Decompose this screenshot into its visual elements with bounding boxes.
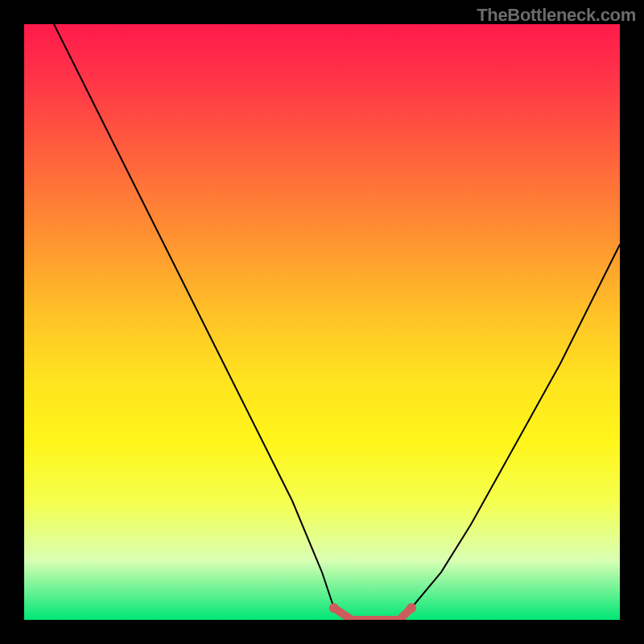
watermark-text: TheBottleneck.com — [477, 5, 636, 26]
marker-dot — [329, 603, 339, 613]
plot-area — [24, 24, 620, 620]
flat-minimum-marker-path — [334, 608, 411, 620]
chart-frame: TheBottleneck.com — [0, 0, 644, 644]
bottleneck-curve-path — [54, 24, 620, 620]
marker-dot — [407, 603, 416, 613]
chart-svg — [24, 24, 620, 620]
